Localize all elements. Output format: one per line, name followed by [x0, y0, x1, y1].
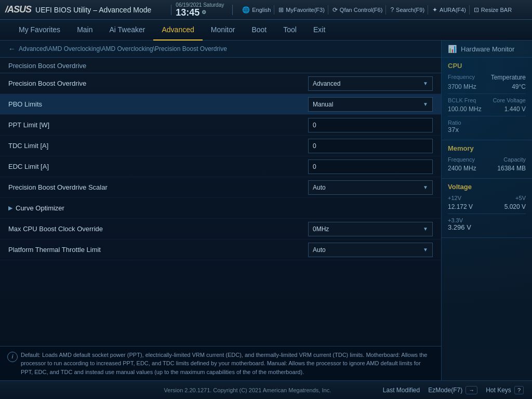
nav-my-favorites[interactable]: My Favorites: [10, 20, 69, 41]
platform-thermal-arrow: ▼: [423, 247, 428, 252]
tdc-input[interactable]: 0: [308, 139, 433, 153]
cpu-frequency-value: 3700 MHz: [448, 83, 476, 90]
fan-icon: ⟳: [332, 6, 338, 14]
grid-icon: ⊞: [278, 6, 284, 14]
tool-english[interactable]: 🌐 English: [239, 5, 274, 15]
v33-value: 3.296 V: [448, 223, 526, 231]
cpu-frequency-label: Frequency: [448, 74, 475, 81]
cpu-bclk-corevolt-labels: BCLK Freq Core Voltage: [448, 97, 526, 103]
setting-control-platform-thermal: Auto ▼: [308, 243, 433, 257]
ratio-label: Ratio: [448, 119, 526, 126]
max-cpu-boost-select[interactable]: 0MHz ▼: [308, 222, 433, 236]
ppt-input[interactable]: 0: [308, 118, 433, 132]
setting-control-max-cpu-boost: 0MHz ▼: [308, 222, 433, 236]
tool-myfavorite[interactable]: ⊞ MyFavorite(F3): [275, 5, 328, 15]
setting-row-precision-boost-overdrive[interactable]: Precision Boost Overdrive Advanced ▼: [0, 73, 441, 94]
cpu-ratio-row: Ratio 37x: [448, 119, 526, 134]
v12-label: +12V: [448, 195, 461, 201]
ez-mode-key: →: [466, 386, 477, 394]
settings-icon[interactable]: ⚙: [202, 10, 206, 15]
ez-mode-button[interactable]: EzMode(F7) →: [428, 386, 477, 394]
cpu-temperature-label: Temperature: [491, 74, 526, 81]
v5-label: +5V: [515, 195, 526, 201]
setting-row-platform-thermal[interactable]: Platform Thermal Throttle Limit Auto ▼: [0, 240, 441, 260]
setting-control-pbo-scalar: Auto ▼: [308, 180, 433, 195]
settings-list: Precision Boost Overdrive Advanced ▼ PBO…: [0, 73, 441, 260]
core-voltage-value: 1.440 V: [504, 105, 526, 113]
core-voltage-label: Core Voltage: [493, 97, 526, 103]
tool-qfan[interactable]: ⟳ Qfan Control(F6): [329, 5, 387, 15]
cpu-freq-temp-values: 3700 MHz 49°C: [448, 83, 526, 90]
info-box: i Default: Loads AMD default socket powe…: [0, 346, 441, 381]
v5-value: 5.020 V: [504, 203, 526, 210]
setting-row-pbo-limits[interactable]: PBO Limits Manual ▼: [0, 94, 441, 115]
header: /ASUS UEFI BIOS Utility – Advanced Mode …: [0, 0, 532, 20]
edc-input[interactable]: 0: [308, 159, 433, 174]
bottom-bar: Version 2.20.1271. Copyright (C) 2021 Am…: [0, 380, 532, 399]
aura-icon: ✦: [432, 6, 437, 14]
mem-frequency-value: 2400 MHz: [448, 165, 476, 172]
setting-row-edc-limit[interactable]: EDC Limit [A] 0: [0, 156, 441, 177]
cpu-temperature-value: 49°C: [512, 83, 526, 90]
tool-aura[interactable]: ✦ AURA(F4): [429, 5, 470, 15]
nav-advanced[interactable]: Advanced: [153, 20, 202, 41]
setting-label-ppt: PPT Limit [W]: [8, 121, 308, 129]
logo-area: /ASUS UEFI BIOS Utility – Advanced Mode: [5, 4, 162, 15]
max-cpu-boost-value: 0MHz: [313, 225, 329, 233]
bottom-actions: Last Modified EzMode(F7) → Hot Keys ?: [383, 386, 524, 394]
hw-monitor-label: Hardware Monitor: [461, 45, 514, 53]
setting-row-max-cpu-boost[interactable]: Max CPU Boost Clock Override 0MHz ▼: [0, 219, 441, 240]
nav-monitor[interactable]: Monitor: [203, 20, 244, 41]
nav-exit[interactable]: Exit: [305, 20, 334, 41]
pbo-scalar-value: Auto: [313, 184, 326, 191]
voltage-section-title: Voltage: [448, 183, 526, 191]
setting-row-tdc-limit[interactable]: TDC Limit [A] 0: [0, 136, 441, 156]
header-divider: [171, 5, 171, 15]
bclk-freq-label: BCLK Freq: [448, 97, 476, 103]
nav-bar: My Favorites Main Ai Tweaker Advanced Mo…: [0, 20, 532, 41]
bclk-freq-value: 100.00 MHz: [448, 105, 482, 113]
back-button[interactable]: ←: [8, 45, 16, 53]
hw-section-memory: Memory Frequency Capacity 2400 MHz 16384…: [442, 140, 532, 179]
content-panel: ← Advanced\AMD Overclocking\AMD Overcloc…: [0, 41, 441, 380]
setting-label-tdc: TDC Limit [A]: [8, 142, 308, 150]
pbo-scalar-select[interactable]: Auto ▼: [308, 180, 433, 195]
memory-section-title: Memory: [448, 144, 526, 152]
voltage-3v3-row: +3.3V 3.296 V: [448, 217, 526, 231]
setting-label-platform-thermal: Platform Thermal Throttle Limit: [8, 246, 308, 254]
pbo-select[interactable]: Advanced ▼: [308, 76, 433, 91]
last-modified-button[interactable]: Last Modified: [383, 387, 420, 394]
cpu-bclk-corevolt-values: 100.00 MHz 1.440 V: [448, 105, 526, 113]
pbo-limits-value: Manual: [313, 101, 333, 108]
setting-row-pbo-scalar[interactable]: Precision Boost Overdrive Scalar Auto ▼: [0, 177, 441, 198]
app-title: UEFI BIOS Utility – Advanced Mode: [35, 6, 151, 14]
nav-main[interactable]: Main: [69, 20, 101, 41]
header-divider-2: [232, 5, 233, 15]
last-modified-label: Last Modified: [383, 387, 420, 394]
nav-tool[interactable]: Tool: [275, 20, 305, 41]
tool-search[interactable]: ? Search(F9): [387, 5, 428, 15]
setting-label-pbo-limits: PBO Limits: [8, 100, 308, 108]
info-icon: i: [7, 352, 18, 362]
tool-resizebar[interactable]: ⊡ Resize BAR: [471, 5, 515, 15]
voltage-12v-5v-values: 12.172 V 5.020 V: [448, 203, 526, 210]
hw-section-cpu: CPU Frequency Temperature 3700 MHz 49°C …: [442, 58, 532, 140]
platform-thermal-select[interactable]: Auto ▼: [308, 243, 433, 257]
breadcrumb-path: Advanced\AMD Overclocking\AMD Overclocki…: [19, 45, 227, 52]
version-text: Version 2.20.1271. Copyright (C) 2021 Am…: [112, 387, 383, 393]
nav-ai-tweaker[interactable]: Ai Tweaker: [101, 20, 153, 41]
asus-logo: /ASUS: [5, 4, 31, 15]
nav-boot[interactable]: Boot: [243, 20, 275, 41]
setting-row-curve-optimizer[interactable]: ▶ Curve Optimizer: [0, 198, 441, 219]
hot-keys-key: ?: [514, 386, 524, 394]
hw-monitor-panel: 📊 Hardware Monitor CPU Frequency Tempera…: [441, 41, 532, 380]
max-cpu-boost-arrow: ▼: [423, 226, 428, 232]
setting-row-ppt-limit[interactable]: PPT Limit [W] 0: [0, 115, 441, 136]
header-tools: 🌐 English ⊞ MyFavorite(F3) ⟳ Qfan Contro…: [239, 5, 515, 15]
cpu-section-title: CPU: [448, 62, 526, 70]
hot-keys-button[interactable]: Hot Keys ?: [486, 386, 524, 394]
memory-freq-cap-labels: Frequency Capacity: [448, 156, 526, 163]
main-area: ← Advanced\AMD Overclocking\AMD Overcloc…: [0, 41, 532, 380]
pbo-limits-select[interactable]: Manual ▼: [308, 97, 433, 112]
globe-icon: 🌐: [242, 6, 250, 14]
